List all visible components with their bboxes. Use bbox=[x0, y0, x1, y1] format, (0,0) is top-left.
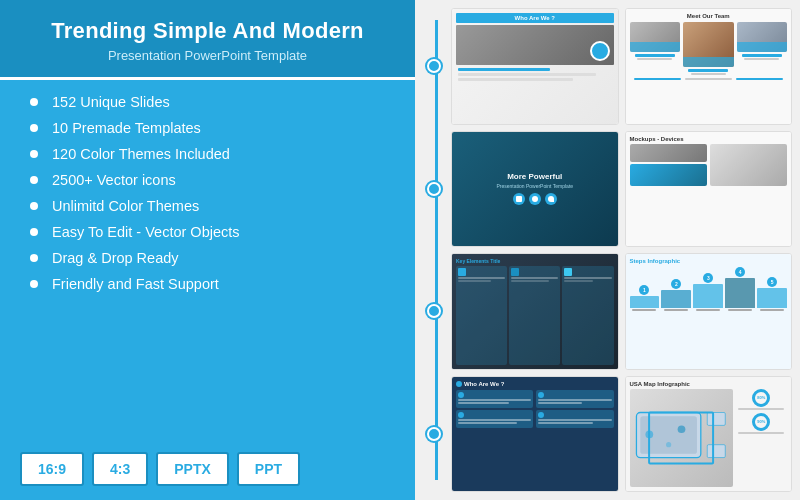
dark-bar-2 bbox=[458, 280, 491, 282]
who2-block-1 bbox=[456, 390, 533, 408]
mp-icon-2 bbox=[529, 193, 541, 205]
slide-row-2: More Powerful Presentation PowerPoint Te… bbox=[423, 131, 792, 248]
slide-inner-who-are-we: Who Are We ? bbox=[452, 9, 618, 124]
timeline-dot-4 bbox=[427, 427, 441, 441]
usa-stat-bar-2 bbox=[738, 432, 784, 434]
svg-point-3 bbox=[677, 425, 685, 433]
sub-title: Presentation PowerPoint Template bbox=[20, 48, 395, 63]
who2-block-icon-4 bbox=[538, 412, 544, 418]
usa-stat-circle-2: 90% bbox=[752, 413, 770, 431]
slide-thumb-who2[interactable]: Who Are We ? bbox=[451, 376, 619, 493]
slide-row-4: Who Are We ? bbox=[423, 376, 792, 493]
format-badge-169[interactable]: 16:9 bbox=[20, 452, 84, 486]
mp-icon-3 bbox=[545, 193, 557, 205]
feature-label-1: 152 Unique Slides bbox=[52, 94, 170, 110]
slide-thumb-usa[interactable]: USA Map Infographic bbox=[625, 376, 793, 493]
timeline-dot-2 bbox=[427, 182, 441, 196]
slide-thumb-meet-team[interactable]: Meet Our Team bbox=[625, 8, 793, 125]
team-info-bar-1 bbox=[634, 78, 681, 80]
dark-col-2 bbox=[509, 266, 560, 365]
slide-inner-meet-team: Meet Our Team bbox=[626, 9, 792, 124]
bullet-icon bbox=[30, 124, 38, 132]
content-bar-gray2 bbox=[458, 78, 573, 81]
feature-label-6: Easy To Edit - Vector Objects bbox=[52, 224, 240, 240]
slide-thumb-steps[interactable]: Steps Infographic 1 2 3 bbox=[625, 253, 793, 370]
step-item-1: 1 bbox=[630, 285, 660, 311]
feature-item-7: Drag & Drop Ready bbox=[30, 250, 395, 266]
team-avatar-3 bbox=[737, 22, 788, 52]
step-num-2: 2 bbox=[671, 279, 681, 289]
slide-thumb-more-powerful[interactable]: More Powerful Presentation PowerPoint Te… bbox=[451, 131, 619, 248]
team-member-1 bbox=[630, 22, 681, 75]
slide-title-meet-team: Meet Our Team bbox=[630, 13, 788, 19]
slide-title-mockups: Mockups - Devices bbox=[630, 136, 788, 142]
svg-point-2 bbox=[645, 430, 653, 438]
format-badge-43[interactable]: 4:3 bbox=[92, 452, 148, 486]
slide-header-who-are-we: Who Are We ? bbox=[456, 13, 614, 23]
bullet-icon bbox=[30, 176, 38, 184]
step-num-5: 5 bbox=[767, 277, 777, 287]
who2-block-bar-7 bbox=[538, 419, 611, 421]
right-panel: Who Are We ? Meet Our Team bbox=[415, 0, 800, 500]
dark-col-1 bbox=[456, 266, 507, 365]
dark-icon-3 bbox=[564, 268, 572, 276]
bullet-icon bbox=[30, 202, 38, 210]
step-num-3: 3 bbox=[703, 273, 713, 283]
slide-inner-usa: USA Map Infographic bbox=[626, 377, 792, 492]
format-badge-ppt[interactable]: PPT bbox=[237, 452, 300, 486]
mp-icon-1 bbox=[513, 193, 525, 205]
feature-item-3: 120 Color Themes Included bbox=[30, 146, 395, 162]
step-bar-2 bbox=[661, 290, 691, 308]
who2-block-2 bbox=[456, 410, 533, 428]
team-name-bar-2 bbox=[688, 69, 728, 72]
slide-thumb-dark[interactable]: Key Elements Title bbox=[451, 253, 619, 370]
feature-label-8: Friendly and Fast Support bbox=[52, 276, 219, 292]
usa-stat-circle-1: 80% bbox=[752, 389, 770, 407]
bullet-icon bbox=[30, 98, 38, 106]
who2-col-1 bbox=[456, 390, 533, 488]
slide-row-1: Who Are We ? Meet Our Team bbox=[423, 8, 792, 125]
step-num-1: 1 bbox=[639, 285, 649, 295]
feature-label-5: Unlimitd Color Themes bbox=[52, 198, 199, 214]
slide-thumb-mockups[interactable]: Mockups - Devices bbox=[625, 131, 793, 248]
dark-bar-1 bbox=[458, 277, 505, 279]
feature-item-6: Easy To Edit - Vector Objects bbox=[30, 224, 395, 240]
slide-inner-steps: Steps Infographic 1 2 3 bbox=[626, 254, 792, 369]
team-role-bar-3 bbox=[744, 58, 779, 60]
who2-block-bar-1 bbox=[458, 399, 531, 401]
content-bar-gray bbox=[458, 73, 596, 76]
feature-item-8: Friendly and Fast Support bbox=[30, 276, 395, 292]
svg-rect-5 bbox=[707, 412, 725, 425]
format-badge-pptx[interactable]: PPTX bbox=[156, 452, 229, 486]
slide-inner-mockups: Mockups - Devices bbox=[626, 132, 792, 247]
who2-block-bar-2 bbox=[458, 402, 509, 404]
slide-inner-dark: Key Elements Title bbox=[452, 254, 618, 369]
main-title: Trending Simple And Modern bbox=[20, 18, 395, 44]
usa-map bbox=[630, 389, 733, 488]
usa-content: 80% 90% bbox=[630, 389, 788, 488]
feature-item-2: 10 Premade Templates bbox=[30, 120, 395, 136]
step-label-5 bbox=[760, 309, 784, 311]
slide-title-usa: USA Map Infographic bbox=[630, 381, 788, 387]
usa-stat-bar-1 bbox=[738, 408, 784, 410]
team-info-bars bbox=[630, 78, 788, 80]
step-bar-5 bbox=[757, 288, 787, 308]
team-info-bar-2 bbox=[685, 78, 732, 80]
feature-label-7: Drag & Drop Ready bbox=[52, 250, 179, 266]
dark-icon-1 bbox=[458, 268, 466, 276]
step-item-5: 5 bbox=[757, 277, 787, 311]
step-bar-4 bbox=[725, 278, 755, 308]
step-item-4: 4 bbox=[725, 267, 755, 311]
mockup-right bbox=[710, 144, 787, 186]
step-bar-1 bbox=[630, 296, 660, 308]
step-num-4: 4 bbox=[735, 267, 745, 277]
slide-thumb-who-are-we[interactable]: Who Are We ? bbox=[451, 8, 619, 125]
slide-inner-who2: Who Are We ? bbox=[452, 377, 618, 492]
usa-stats: 80% 90% bbox=[736, 389, 788, 488]
feature-label-3: 120 Color Themes Included bbox=[52, 146, 230, 162]
team-info-bar-3 bbox=[736, 78, 783, 80]
usa-stat-1: 80% bbox=[736, 389, 788, 410]
dark-bar-4 bbox=[511, 280, 549, 282]
timeline-dot-1 bbox=[427, 59, 441, 73]
bullet-icon bbox=[30, 228, 38, 236]
